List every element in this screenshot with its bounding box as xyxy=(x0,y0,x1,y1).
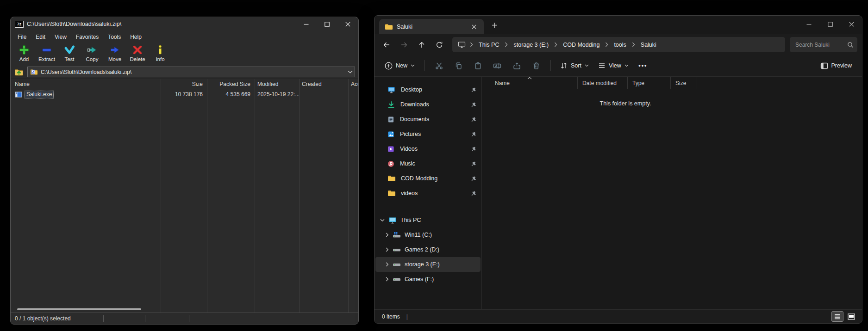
new-tab-button[interactable] xyxy=(487,18,502,32)
tree-item-win11-c[interactable]: Win11 (C:) xyxy=(375,227,481,242)
search-icon[interactable] xyxy=(847,42,854,48)
chevron-right-icon[interactable] xyxy=(632,42,635,47)
close-button[interactable] xyxy=(337,17,358,31)
menu-file[interactable]: File xyxy=(13,32,31,42)
menu-tools[interactable]: Tools xyxy=(103,32,125,42)
menu-view[interactable]: View xyxy=(50,32,71,42)
column-divider[interactable] xyxy=(207,79,207,313)
pin-icon[interactable] xyxy=(471,190,477,196)
pin-icon[interactable] xyxy=(471,146,477,152)
sidebar-item-music[interactable]: Music xyxy=(375,156,481,171)
move-button[interactable]: Move xyxy=(104,44,125,62)
maximize-button[interactable] xyxy=(317,17,337,31)
sidebar-item-downloads[interactable]: Downloads xyxy=(375,97,481,112)
chevron-right-icon[interactable] xyxy=(386,277,389,282)
paste-button[interactable] xyxy=(469,58,487,74)
close-button[interactable] xyxy=(841,17,862,31)
forward-button[interactable] xyxy=(396,37,412,52)
delete-button[interactable]: Delete xyxy=(127,44,148,62)
minimize-button[interactable] xyxy=(296,17,317,31)
cut-button[interactable] xyxy=(430,58,448,74)
column-divider[interactable] xyxy=(161,79,161,313)
menu-favorites[interactable]: Favorites xyxy=(71,32,103,42)
tree-item-this-pc[interactable]: This PC xyxy=(375,213,481,227)
copy-button[interactable]: Copy xyxy=(81,44,103,62)
chevron-down-icon[interactable] xyxy=(380,219,385,222)
tree-item-storage-3-e[interactable]: storage 3 (E:) xyxy=(375,257,481,272)
pin-icon[interactable] xyxy=(471,102,477,108)
share-button[interactable] xyxy=(508,58,525,74)
minimize-button[interactable] xyxy=(798,17,819,31)
tab-close-button[interactable] xyxy=(468,22,480,32)
tab-saluki[interactable]: Saluki xyxy=(379,19,484,34)
maximize-button[interactable] xyxy=(819,17,841,31)
chevron-right-icon[interactable] xyxy=(554,42,557,47)
horizontal-scrollbar[interactable] xyxy=(11,306,358,313)
column-header-size[interactable]: Size xyxy=(671,77,697,89)
back-button[interactable] xyxy=(378,37,395,52)
column-header-accessed[interactable]: Acc xyxy=(348,79,358,89)
chevron-right-icon[interactable] xyxy=(505,42,508,47)
file-list-pane[interactable]: Name Date modified Type Size This folder… xyxy=(482,77,862,309)
dropdown-icon[interactable] xyxy=(348,70,353,74)
sidebar-item-videos[interactable]: Videos xyxy=(375,141,481,156)
tree-item-games-f[interactable]: Games (F:) xyxy=(375,272,481,287)
chevron-right-icon[interactable] xyxy=(386,262,389,267)
column-header-name[interactable]: Name xyxy=(11,79,161,89)
pin-icon[interactable] xyxy=(471,116,477,123)
breadcrumb-this-pc[interactable]: This PC xyxy=(475,40,502,49)
breadcrumb-storage-3-e[interactable]: storage 3 (E:) xyxy=(510,40,552,49)
column-header-type[interactable]: Type xyxy=(628,77,671,89)
column-header-packed-size[interactable]: Packed Size xyxy=(207,79,255,89)
tree-item-games-2-d[interactable]: Games 2 (D:) xyxy=(375,242,481,257)
info-button[interactable]: Info xyxy=(150,44,171,62)
scrollbar-thumb[interactable] xyxy=(17,308,141,310)
large-icons-view-button[interactable] xyxy=(845,311,857,322)
delete-button[interactable] xyxy=(527,58,545,74)
sidebar-item-documents[interactable]: Documents xyxy=(375,112,481,127)
chevron-right-icon[interactable] xyxy=(470,42,473,47)
preview-button[interactable]: Preview xyxy=(817,58,856,74)
details-view-button[interactable] xyxy=(831,311,843,322)
refresh-button[interactable] xyxy=(431,37,448,52)
column-divider[interactable] xyxy=(299,79,300,313)
breadcrumb-tools[interactable]: tools xyxy=(611,40,629,49)
menu-help[interactable]: Help xyxy=(125,32,146,42)
pin-icon[interactable] xyxy=(471,161,477,167)
search-input[interactable]: Search Saluki xyxy=(795,42,847,48)
column-header-modified[interactable]: Modified xyxy=(255,79,299,89)
new-button[interactable]: New xyxy=(381,58,418,74)
chevron-right-icon[interactable] xyxy=(386,233,389,237)
breadcrumb-cod-modding[interactable]: COD Modding xyxy=(560,40,603,49)
sidebar-item-videos-folder[interactable]: videos xyxy=(375,186,481,201)
search-box[interactable]: Search Saluki xyxy=(790,37,857,52)
breadcrumb-saluki[interactable]: Saluki xyxy=(637,40,660,49)
address-combobox[interactable]: C:\Users\Sloth\Downloads\saluki.zip\ xyxy=(27,67,355,77)
pin-icon[interactable] xyxy=(471,176,477,182)
more-options-button[interactable]: ••• xyxy=(634,58,652,74)
column-header-date-modified[interactable]: Date modified xyxy=(578,77,628,89)
pin-icon[interactable] xyxy=(471,87,477,93)
column-divider[interactable] xyxy=(348,79,349,313)
view-button[interactable]: View xyxy=(594,58,632,74)
sidebar-item-pictures[interactable]: Pictures xyxy=(375,127,481,141)
chevron-right-icon[interactable] xyxy=(386,247,389,252)
column-divider[interactable] xyxy=(255,79,255,313)
address-bar[interactable]: This PC storage 3 (E:) COD Modding tools… xyxy=(452,37,785,52)
column-header-created[interactable]: Created xyxy=(299,79,348,89)
pin-icon[interactable] xyxy=(471,131,477,137)
sevenzip-titlebar[interactable]: 7z C:\Users\Sloth\Downloads\saluki.zip\ xyxy=(11,17,358,31)
extract-button[interactable]: Extract xyxy=(36,44,57,62)
rename-button[interactable] xyxy=(488,58,506,74)
sidebar-item-cod-modding[interactable]: COD Modding xyxy=(375,171,481,186)
up-button[interactable] xyxy=(413,37,430,52)
parent-folder-button[interactable] xyxy=(14,68,24,76)
chevron-right-icon[interactable] xyxy=(605,42,608,47)
copy-button[interactable] xyxy=(450,58,467,74)
sort-button[interactable]: Sort xyxy=(556,58,593,74)
file-list-empty-area[interactable] xyxy=(11,99,358,306)
menu-edit[interactable]: Edit xyxy=(31,32,50,42)
column-header-size[interactable]: Size xyxy=(161,79,207,89)
test-button[interactable]: Test xyxy=(59,44,80,62)
file-row-saluki-exe[interactable]: Saluki.exe 10 738 176 4 535 669 2025-10-… xyxy=(11,89,358,99)
